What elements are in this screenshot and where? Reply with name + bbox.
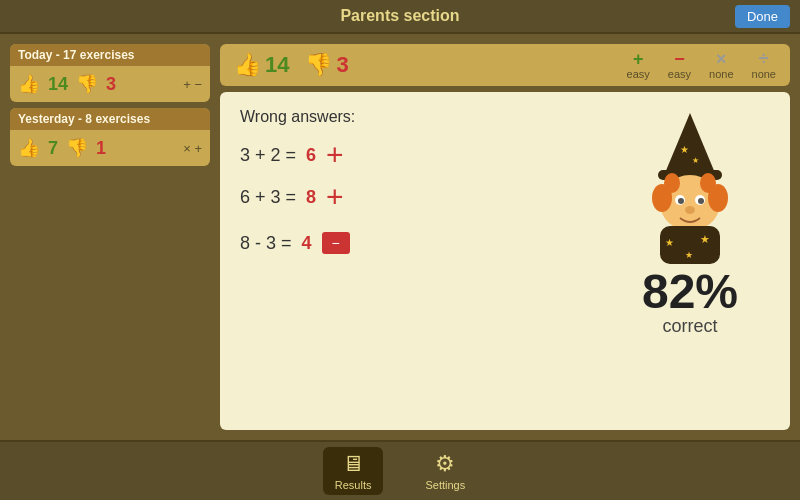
today-score-bad: 3 xyxy=(106,74,116,95)
op-add-label: easy xyxy=(627,68,650,80)
stats-bad: 👎 3 xyxy=(305,52,348,78)
eq1-expr: 3 + 2 = xyxy=(240,145,296,166)
bottom-bar: 🖥 Results ⚙ Settings xyxy=(0,440,800,500)
op-add-symbol: + xyxy=(633,50,644,68)
today-thumbup-icon: 👍 xyxy=(18,73,40,95)
op-div: ÷ none xyxy=(752,50,776,80)
yesterday-body: 👍 7 👎 1 × + xyxy=(10,130,210,166)
results-panel: Wrong answers: 3 + 2 = 6 + 6 + 3 = 8 + 8… xyxy=(220,92,790,430)
svg-point-12 xyxy=(698,198,704,204)
op-mul: × none xyxy=(709,50,733,80)
results-tab-label: Results xyxy=(335,479,372,491)
svg-point-8 xyxy=(700,173,716,193)
header: Parents section Done xyxy=(0,0,800,34)
op-sub-symbol: − xyxy=(674,50,685,68)
page-title: Parents section xyxy=(340,7,459,25)
op-sub-label: easy xyxy=(668,68,691,80)
main-content: Today - 17 exercises 👍 14 👎 3 + − Yester… xyxy=(0,34,800,440)
stats-thumbup-icon: 👍 xyxy=(234,52,261,78)
eq1-icon: + xyxy=(326,138,344,172)
wrong-answers: Wrong answers: 3 + 2 = 6 + 6 + 3 = 8 + 8… xyxy=(240,108,590,414)
equation-3: 8 - 3 = 4 − xyxy=(240,232,590,254)
eq2-icon: + xyxy=(326,180,344,214)
svg-point-13 xyxy=(685,206,695,214)
wizard-character: ★ ★ xyxy=(630,108,750,258)
op-sub: − easy xyxy=(668,50,691,80)
yesterday-ops: × + xyxy=(183,141,202,156)
eq2-answer: 8 xyxy=(306,187,316,208)
right-panel: 👍 14 👎 3 + easy − easy × none xyxy=(220,44,790,430)
svg-point-11 xyxy=(678,198,684,204)
correct-label: correct xyxy=(662,316,717,337)
stats-bar: 👍 14 👎 3 + easy − easy × none xyxy=(220,44,790,86)
results-icon: 🖥 xyxy=(342,451,364,477)
today-body: 👍 14 👎 3 + − xyxy=(10,66,210,102)
settings-icon: ⚙ xyxy=(435,451,455,477)
eq2-expr: 6 + 3 = xyxy=(240,187,296,208)
char-score: ★ ★ xyxy=(610,108,770,414)
today-header: Today - 17 exercises xyxy=(10,44,210,66)
percentage-display: 82% xyxy=(642,268,738,316)
tab-results[interactable]: 🖥 Results xyxy=(323,447,384,495)
tab-settings[interactable]: ⚙ Settings xyxy=(413,447,477,495)
op-add: + easy xyxy=(627,50,650,80)
yesterday-score-good: 7 xyxy=(48,138,58,159)
eq3-icon: − xyxy=(322,232,350,254)
today-thumbdown-icon: 👎 xyxy=(76,73,98,95)
settings-tab-label: Settings xyxy=(425,479,465,491)
svg-marker-0 xyxy=(665,113,715,173)
equation-1: 3 + 2 = 6 + xyxy=(240,138,590,172)
op-mul-symbol: × xyxy=(716,50,727,68)
today-ops: + − xyxy=(183,77,202,92)
eq3-expr: 8 - 3 = xyxy=(240,233,292,254)
stats-score-good: 14 xyxy=(265,52,289,78)
yesterday-section: Yesterday - 8 exercises 👍 7 👎 1 × + xyxy=(10,108,210,166)
eq3-answer: 4 xyxy=(302,233,312,254)
stats-good: 👍 14 xyxy=(234,52,289,78)
svg-text:★: ★ xyxy=(685,250,693,260)
stats-thumbdown-icon: 👎 xyxy=(305,52,332,78)
yesterday-score-bad: 1 xyxy=(96,138,106,159)
yesterday-thumbup-icon: 👍 xyxy=(18,137,40,159)
yesterday-header: Yesterday - 8 exercises xyxy=(10,108,210,130)
ops-group: + easy − easy × none ÷ none xyxy=(627,50,776,80)
svg-text:★: ★ xyxy=(680,144,689,155)
svg-text:★: ★ xyxy=(700,233,710,245)
equation-2: 6 + 3 = 8 + xyxy=(240,180,590,214)
eq1-answer: 6 xyxy=(306,145,316,166)
svg-text:★: ★ xyxy=(692,156,699,165)
svg-point-7 xyxy=(664,173,680,193)
op-div-symbol: ÷ xyxy=(759,50,769,68)
stats-score-bad: 3 xyxy=(336,52,348,78)
wrong-answers-title: Wrong answers: xyxy=(240,108,590,126)
op-mul-label: none xyxy=(709,68,733,80)
op-div-label: none xyxy=(752,68,776,80)
svg-text:★: ★ xyxy=(665,237,674,248)
yesterday-thumbdown-icon: 👎 xyxy=(66,137,88,159)
sidebar: Today - 17 exercises 👍 14 👎 3 + − Yester… xyxy=(10,44,210,430)
today-score-good: 14 xyxy=(48,74,68,95)
done-button[interactable]: Done xyxy=(735,5,790,28)
today-section: Today - 17 exercises 👍 14 👎 3 + − xyxy=(10,44,210,102)
